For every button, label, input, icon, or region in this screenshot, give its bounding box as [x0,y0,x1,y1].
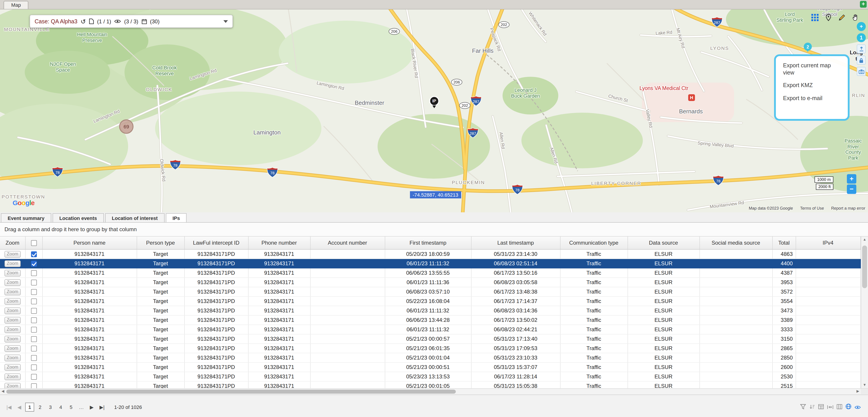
table-row[interactable]: Zoom9132843171Target9132843171PD91328431… [0,287,860,297]
menu-item-export-map-view[interactable]: Export current map view [783,62,837,76]
zoom-button[interactable]: Zoom [4,260,21,267]
menu-item-export-email[interactable]: Export to e-mail [783,95,837,102]
column-chooser-icon[interactable] [837,403,842,411]
zoom-button[interactable]: Zoom [4,326,21,333]
share-icon[interactable] [857,44,866,54]
table-row[interactable]: Zoom9132843171Target9132843171PD91328431… [0,297,860,306]
tab-location-of-interest[interactable]: Location of interest [105,213,164,222]
zoom-button[interactable]: Zoom [4,308,21,314]
table-row[interactable]: Zoom9132843171Target9132843171PD91328431… [0,325,860,334]
zoom-button[interactable]: Zoom [4,317,21,324]
fit-columns-icon[interactable] [827,403,833,411]
row-checkbox[interactable] [31,355,37,361]
table-row[interactable]: Zoom9132843171Target9132843171PD91328431… [0,259,860,268]
zoom-button[interactable]: Zoom [4,355,21,361]
lock-icon[interactable] [857,56,866,65]
layout-grid-icon[interactable] [818,403,824,411]
first-page-button[interactable]: |◀ [4,403,13,412]
table-row[interactable]: Zoom9132843171Target9132843171PD91328431… [0,372,860,381]
row-checkbox[interactable] [31,270,37,276]
row-checkbox[interactable] [31,317,37,323]
column-header-ipv4[interactable]: IPv4 [796,237,860,249]
column-header-phone-number[interactable]: Phone number [248,237,310,249]
attrib-report-link[interactable]: Report a map error [831,206,865,211]
cluster-marker-2[interactable]: 2 [804,43,812,51]
marker-layers-icon[interactable] [824,13,833,22]
menu-item-export-kmz[interactable]: Export KMZ [783,82,837,89]
row-checkbox[interactable] [31,364,37,370]
map-area[interactable]: MOUNTAINVILLEHell Mountain PreserveNJCF … [0,9,868,212]
row-checkbox[interactable] [31,336,37,342]
add-view-button[interactable]: + [860,1,867,8]
vertical-scrollbar[interactable]: ▲ ▼ [861,237,868,388]
column-header-first-timestamp[interactable]: First timestamp [385,237,471,249]
row-checkbox[interactable] [31,260,37,267]
visibility-eye-icon[interactable] [855,403,861,411]
row-checkbox[interactable] [31,345,37,351]
row-checkbox[interactable] [31,374,37,380]
table-row[interactable]: Zoom9132843171Target9132843171PD91328431… [0,278,860,287]
snapshot-camera-icon[interactable] [857,67,866,76]
zoom-button[interactable]: Zoom [4,336,21,343]
grid-view-icon[interactable] [810,13,819,22]
zoom-button[interactable]: Zoom [4,251,21,258]
row-checkbox[interactable] [31,279,37,285]
scroll-up-icon[interactable]: ▲ [861,237,868,243]
pan-hand-icon[interactable] [851,13,860,22]
globe-icon[interactable] [845,403,851,411]
attrib-terms-link[interactable]: Terms of Use [800,206,824,211]
zoom-button[interactable]: Zoom [4,374,21,380]
table-row[interactable]: Zoom9132843171Target9132843171PD91328431… [0,362,860,372]
rail-badge-1[interactable]: 1 [857,33,866,42]
tab-location-events[interactable]: Location events [53,213,104,222]
horizontal-scroll-thumb[interactable] [6,390,456,394]
column-header-person-name[interactable]: Person name [42,237,137,249]
case-toolbar[interactable]: Case: QA Alpha3 ↺ (1 / 1) (3 / 3) (30) [30,15,233,28]
column-header-select[interactable] [25,237,42,249]
scroll-right-icon[interactable]: ▶ [855,389,861,394]
table-row[interactable]: Zoom9132843171Target9132843171PD91328431… [0,334,860,344]
table-row[interactable]: Zoom9132843171Target9132843171PD91328431… [0,315,860,325]
page-button-2[interactable]: 2 [35,403,44,412]
history-icon[interactable]: ↺ [81,18,86,25]
page-button-5[interactable]: 5 [66,403,75,412]
row-checkbox[interactable] [31,289,37,295]
horizontal-scrollbar[interactable]: ◀ ▶ [0,388,868,394]
zoom-button[interactable]: Zoom [4,345,21,352]
column-header-communication-type[interactable]: Communication type [560,237,627,249]
row-checkbox[interactable] [31,308,37,314]
page-button-1[interactable]: 1 [25,403,34,412]
row-checkbox[interactable] [31,251,37,257]
tab-map[interactable]: Map [4,1,29,9]
rail-plus-button[interactable]: + [857,22,866,31]
table-row[interactable]: Zoom9132843171Target9132843171PD91328431… [0,344,860,353]
table-row[interactable]: Zoom9132843171Target9132843171PD91328431… [0,268,860,278]
column-header-person-type[interactable]: Person type [137,237,184,249]
page-button-4[interactable]: 4 [56,403,65,412]
zoom-out-button[interactable]: − [847,184,856,194]
zoom-button[interactable]: Zoom [4,298,21,305]
zoom-button[interactable]: Zoom [4,383,21,388]
table-row[interactable]: Zoom9132843171Target9132843171PD91328431… [0,353,860,362]
page-button-3[interactable]: 3 [46,403,55,412]
cluster-marker-69[interactable]: 69 [119,119,133,134]
tab-event-summary[interactable]: Event summary [1,213,51,222]
chevron-down-icon[interactable] [223,20,228,23]
scroll-left-icon[interactable]: ◀ [0,389,6,394]
zoom-in-button[interactable]: + [847,174,856,183]
row-checkbox[interactable] [31,298,37,304]
sort-icon[interactable] [809,403,815,411]
column-header-lawful-intercept-id[interactable]: LawFul intercept ID [184,237,248,249]
group-by-bar[interactable]: Drag a column and drop it here to group … [0,223,868,237]
zoom-button[interactable]: Zoom [4,289,21,296]
prev-page-button[interactable]: ◀ [15,403,24,412]
column-header-total[interactable]: Total [772,237,796,249]
last-page-button[interactable]: ▶| [97,403,106,412]
scroll-down-icon[interactable]: ▼ [861,382,868,388]
draw-pencil-icon[interactable] [837,13,846,22]
column-header-data-source[interactable]: Data source [627,237,700,249]
select-all-checkbox[interactable] [31,240,37,246]
ip-marker[interactable]: IP [429,96,439,106]
next-page-button[interactable]: ▶ [87,403,96,412]
table-row[interactable]: Zoom9132843171Target9132843171PD91328431… [0,249,860,259]
